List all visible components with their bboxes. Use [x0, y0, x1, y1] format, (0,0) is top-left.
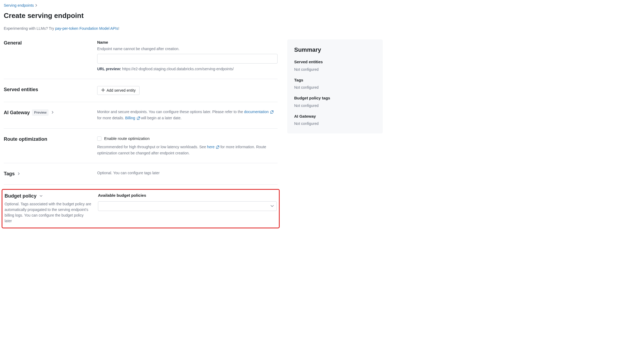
summary-item-served-entities: Served entities Not configured	[294, 59, 376, 72]
ai-gateway-description: Monitor and secure endpoints. You can co…	[97, 109, 278, 121]
budget-policy-select[interactable]	[98, 201, 277, 211]
summary-item-budget-policy-tags: Budget policy tags Not configured	[294, 95, 376, 109]
section-title-ai-gateway[interactable]: AI Gateway Preview	[4, 109, 91, 116]
section-budget-policy: Budget policy Optional. Tags associated …	[5, 192, 277, 224]
summary-value: Not configured	[294, 85, 376, 90]
enable-route-optimization-label: Enable route optimization	[104, 136, 150, 142]
summary-item-tags: Tags Not configured	[294, 77, 376, 91]
external-link-icon	[270, 110, 274, 115]
summary-label: Budget policy tags	[294, 95, 376, 101]
chevron-right-icon	[18, 172, 20, 176]
ai-gateway-desc-part1: Monitor and secure endpoints. You can co…	[97, 110, 244, 114]
summary-title: Summary	[294, 45, 376, 54]
name-input[interactable]	[97, 54, 278, 64]
helper-prefix: Experimenting with LLMs? Try	[4, 26, 55, 31]
summary-label: Served entities	[294, 59, 376, 65]
section-ai-gateway: AI Gateway Preview Monitor and secure en…	[4, 109, 278, 129]
section-title-general: General	[4, 39, 91, 47]
breadcrumb: Serving endpoints	[4, 3, 383, 8]
section-title-served-entities: Served entities	[4, 86, 91, 93]
chevron-right-icon	[35, 3, 38, 8]
page-title: Create serving endpoint	[4, 10, 383, 21]
section-route-optimization: Route optimization Enable route optimiza…	[4, 136, 278, 164]
ai-gateway-title-text: AI Gateway	[4, 109, 30, 116]
preview-badge: Preview	[32, 109, 49, 116]
section-title-tags[interactable]: Tags	[4, 170, 91, 177]
available-budget-policies-label: Available budget policies	[98, 192, 277, 199]
chevron-right-icon	[52, 110, 54, 115]
tags-title-text: Tags	[4, 170, 15, 177]
billing-link[interactable]: Billing	[125, 116, 140, 120]
section-title-route-optimization: Route optimization	[4, 136, 91, 143]
ai-gateway-desc-part2: for more details.	[97, 116, 125, 120]
helper-suffix: !	[118, 26, 119, 31]
section-tags: Tags Optional. You can configure tags la…	[4, 170, 278, 185]
documentation-link[interactable]: documentation	[244, 110, 274, 114]
chevron-down-icon	[40, 194, 42, 199]
summary-value: Not configured	[294, 103, 376, 109]
ai-gateway-desc-part3: will begin at a later date.	[140, 116, 182, 120]
chevron-down-icon	[271, 203, 274, 209]
route-opt-desc-part1: Recommended for high throughput or low l…	[97, 145, 207, 149]
add-served-entity-button[interactable]: Add served entity	[97, 86, 140, 95]
plus-icon	[101, 88, 105, 93]
enable-route-optimization-checkbox[interactable]	[97, 136, 101, 141]
budget-policy-highlight: Budget policy Optional. Tags associated …	[2, 189, 280, 228]
summary-value: Not configured	[294, 67, 376, 72]
summary-label: Tags	[294, 77, 376, 83]
budget-policy-left-description: Optional. Tags associated with the budge…	[5, 201, 92, 224]
section-title-budget-policy[interactable]: Budget policy	[5, 192, 92, 200]
llm-helper-text: Experimenting with LLMs? Try pay-per-tok…	[4, 26, 383, 31]
summary-item-ai-gateway: AI Gateway Not configured	[294, 113, 376, 127]
summary-label: AI Gateway	[294, 113, 376, 120]
name-field-hint: Endpoint name cannot be changed after cr…	[97, 46, 278, 52]
url-preview-value: https://e2-dogfood.staging.cloud.databri…	[122, 67, 234, 71]
url-preview-label: URL preview:	[97, 67, 121, 71]
pay-per-token-link[interactable]: pay-per-token Foundation Model APIs	[55, 26, 118, 31]
route-opt-here-link[interactable]: here	[207, 145, 219, 149]
summary-panel: Summary Served entities Not configured T…	[287, 39, 383, 133]
external-link-icon	[216, 145, 219, 150]
tags-description: Optional. You can configure tags later	[97, 170, 278, 176]
budget-policy-title-text: Budget policy	[5, 192, 37, 200]
section-served-entities: Served entities Add served entity	[4, 86, 278, 102]
breadcrumb-link-serving-endpoints[interactable]: Serving endpoints	[4, 3, 34, 8]
name-field-label: Name	[97, 39, 278, 46]
section-general: General Name Endpoint name cannot be cha…	[4, 39, 278, 79]
route-optimization-description: Recommended for high throughput or low l…	[97, 144, 278, 156]
summary-value: Not configured	[294, 121, 376, 127]
external-link-icon	[137, 116, 140, 121]
add-served-entity-label: Add served entity	[107, 88, 136, 92]
